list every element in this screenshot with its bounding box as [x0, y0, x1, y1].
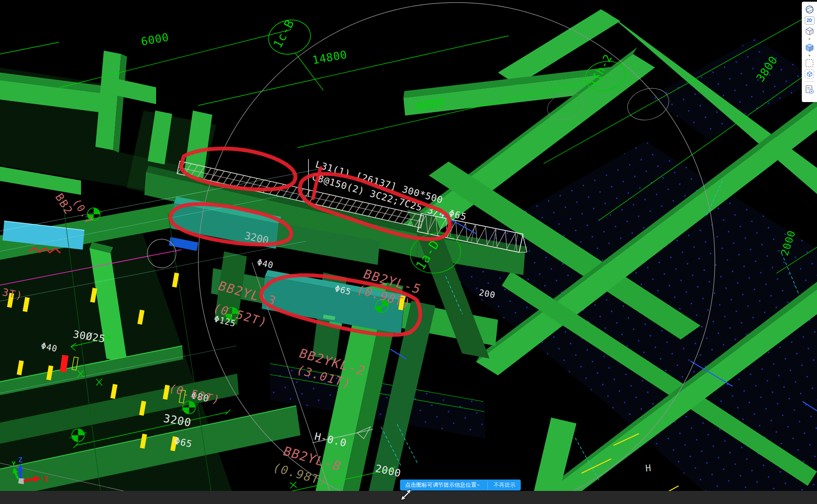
hint-tooltip-message: 点击图标可调节提示信息位置~ [405, 481, 480, 489]
dim-6000: 6000 [140, 31, 170, 48]
2d-view-button[interactable]: 2D [804, 16, 814, 24]
dim-14800: 14800 [311, 48, 348, 67]
axis-z-label: Z [19, 456, 22, 464]
solid-view-dropdown-caret[interactable]: ▾ [809, 54, 810, 57]
axis-y-label: Y [12, 461, 16, 468]
hint-tooltip: 点击图标可调节提示信息位置~ 不再提示 [400, 480, 521, 491]
2d-view-label: 2D [805, 16, 814, 24]
box-view-dropdown-caret[interactable]: ▾ [809, 38, 810, 41]
phi40-mid: Φ40 [256, 257, 274, 270]
orbit-view-button[interactable] [804, 5, 814, 14]
axis-x-label: X [43, 475, 48, 483]
palette-divider [804, 81, 814, 82]
hint-dismiss-button[interactable]: 不再提示 [487, 481, 516, 489]
resize-cursor-icon [399, 488, 414, 504]
view-tool-palette: 2D ▾ ▾ [802, 2, 817, 102]
solid-view-button[interactable] [804, 43, 814, 52]
section-box-cube-icon [807, 71, 812, 77]
section-box-button[interactable] [804, 69, 814, 78]
scene-canvas[interactable]: 6000 14800 8800 3800 2000 1c-B 1Ih-2 1a-… [0, 0, 817, 504]
h-mark: H [645, 463, 651, 474]
beam-tag-bb2yl3-weight: (0.52T) [211, 301, 270, 329]
selected-beam-3200-blue-edge [169, 237, 198, 251]
info-visibility-button[interactable] [804, 85, 814, 94]
cad-3d-viewport: 6000 14800 8800 3800 2000 1c-B 1Ih-2 1a-… [0, 0, 817, 504]
box-view-button[interactable] [804, 27, 814, 36]
region-select-button[interactable] [804, 59, 814, 67]
